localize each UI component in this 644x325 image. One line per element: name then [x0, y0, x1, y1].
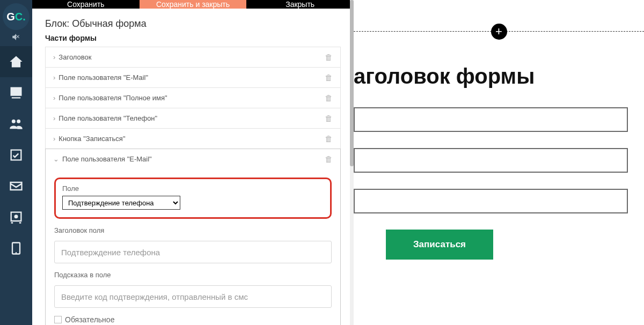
part-label: Кнопка "Записаться" — [58, 135, 125, 143]
save-button[interactable]: Сохранить — [32, 0, 140, 9]
scrollbar-thumb[interactable] — [350, 0, 354, 166]
part-item[interactable]: ›Поле пользователя "E-Mail"🗑 — [45, 67, 341, 88]
part-item[interactable]: ›Поле пользователя "Телефон"🗑 — [45, 108, 341, 129]
preview-input[interactable] — [354, 189, 628, 213]
nav-stats[interactable] — [0, 77, 32, 108]
mute-icon[interactable] — [11, 32, 21, 42]
part-label: Поле пользователя "E-Mail" — [62, 155, 152, 163]
delete-icon[interactable]: 🗑 — [325, 73, 333, 82]
field-hint-label: Подсказка в поле — [54, 271, 332, 279]
chart-icon — [9, 85, 24, 100]
preview-area: + аголовок формы Записаться — [354, 0, 644, 325]
close-button[interactable]: Закрыть — [246, 0, 354, 9]
delete-icon[interactable]: 🗑 — [325, 53, 333, 62]
add-section-button[interactable]: + — [491, 24, 507, 40]
submit-button[interactable]: Записаться — [386, 230, 493, 260]
users-icon — [9, 116, 24, 131]
chevron-right-icon: › — [53, 73, 55, 82]
chevron-down-icon: ⌄ — [53, 155, 59, 163]
logo: GC. — [3, 3, 30, 30]
field-select[interactable]: Подтверждение телефона — [62, 196, 180, 210]
chevron-right-icon: › — [53, 53, 55, 61]
checkbox-icon[interactable] — [54, 316, 62, 323]
field-title-label: Заголовок поля — [54, 226, 332, 234]
delete-icon[interactable]: 🗑 — [325, 134, 333, 143]
chevron-right-icon: › — [53, 114, 55, 122]
nav-safe[interactable] — [0, 202, 32, 233]
mail-icon — [9, 179, 24, 194]
nav-users[interactable] — [0, 108, 32, 139]
part-label: Поле пользователя "Полное имя" — [58, 94, 167, 102]
parts-title: Части формы — [32, 34, 354, 47]
field-hint-input[interactable] — [54, 285, 332, 308]
safe-icon — [9, 210, 24, 225]
nav-tasks[interactable] — [0, 139, 32, 171]
phone-icon — [9, 241, 24, 256]
chevron-right-icon: › — [53, 94, 55, 102]
editor-panel: Сохранить Сохранить и закрыть Закрыть Бл… — [32, 0, 354, 325]
save-close-button[interactable]: Сохранить и закрыть — [140, 0, 247, 9]
part-label: Заголовок — [58, 53, 91, 61]
left-sidebar: GC. — [0, 0, 32, 325]
expanded-body: Поле Подтверждение телефона Заголовок по… — [45, 169, 341, 325]
part-item[interactable]: ›Поле пользователя "Полное имя"🗑 — [45, 87, 341, 108]
parts-list: ›Заголовок🗑 ›Поле пользователя "E-Mail"🗑… — [32, 47, 354, 325]
block-title: Блок: Обычная форма — [32, 9, 354, 34]
delete-icon[interactable]: 🗑 — [325, 154, 333, 164]
part-label: Поле пользователя "E-Mail" — [58, 73, 148, 82]
form-title: аголовок формы — [354, 64, 535, 88]
checkbox-icon — [9, 147, 24, 162]
nav-home[interactable] — [0, 46, 32, 77]
preview-form: Записаться — [354, 107, 628, 260]
required-label: Обязательное — [65, 315, 114, 324]
field-label: Поле — [62, 184, 324, 193]
delete-icon[interactable]: 🗑 — [325, 93, 333, 102]
field-title-input[interactable] — [54, 241, 332, 263]
preview-input[interactable] — [354, 107, 628, 132]
editor-scrollbar[interactable] — [350, 0, 354, 325]
delete-icon[interactable]: 🗑 — [325, 114, 333, 123]
chevron-right-icon: › — [53, 135, 55, 143]
part-item[interactable]: ›Заголовок🗑 — [45, 47, 341, 68]
preview-input[interactable] — [354, 148, 628, 173]
nav-mail[interactable] — [0, 171, 32, 202]
editor-toolbar: Сохранить Сохранить и закрыть Закрыть — [32, 0, 354, 9]
required-row[interactable]: Обязательное — [54, 315, 332, 324]
field-select-highlight: Поле Подтверждение телефона — [54, 178, 332, 219]
part-item[interactable]: ›Кнопка "Записаться"🗑 — [45, 128, 341, 149]
home-icon — [9, 54, 24, 69]
part-label: Поле пользователя "Телефон" — [58, 114, 157, 122]
nav-mobile[interactable] — [0, 233, 32, 264]
part-item-expanded[interactable]: ⌄Поле пользователя "E-Mail" 🗑 — [45, 149, 341, 169]
